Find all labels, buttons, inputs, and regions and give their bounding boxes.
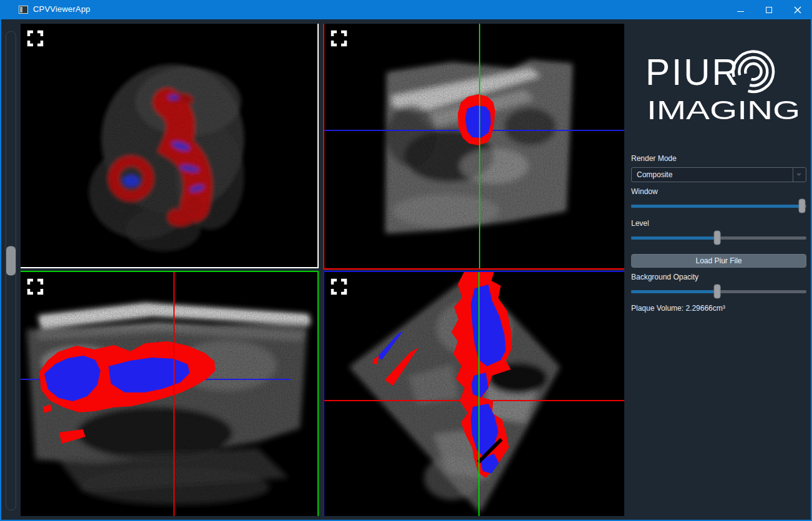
viewport-3d[interactable] [21,24,319,268]
plaque-segmentation-coronal [324,272,624,516]
svg-text:PIUR: PIUR [647,52,740,92]
render-mode-combobox[interactable]: Composite [631,167,806,182]
viewport-coronal[interactable] [323,271,624,516]
left-slider-strip [1,19,21,520]
content-area: PIUR IMAGING Render Mode Composite Windo… [1,19,811,520]
viewport-grid [21,24,624,516]
render-mode-value: Composite [637,170,672,179]
viewport-longitudinal[interactable] [21,271,319,516]
level-slider-handle[interactable] [713,231,720,245]
background-opacity-label: Background Opacity [631,273,698,281]
fullscreen-icon[interactable] [27,30,44,47]
level-label: Level [631,219,649,228]
window-slider-fill [631,205,802,208]
control-sidebar: PIUR IMAGING Render Mode Composite Windo… [624,19,811,520]
viewport-axial[interactable] [323,24,624,270]
background-opacity-slider-fill [631,290,717,293]
app-window: CPVViewerApp [0,0,812,521]
window-controls [726,0,812,19]
minimize-icon [737,11,744,12]
piur-imaging-logo: PIUR IMAGING [647,50,803,129]
window-title: CPVViewerApp [33,4,90,14]
background-opacity-slider-handle[interactable] [713,285,720,299]
volume-render-3d [21,24,317,267]
level-slider-fill [631,236,717,240]
close-icon [794,6,801,14]
crosshair-vertical-red[interactable] [173,272,175,516]
left-slider-handle[interactable] [6,246,16,276]
app-icon [19,6,28,14]
fullscreen-icon[interactable] [331,278,347,295]
plaque-volume-readout: Plaque Volume: 2.29666cm³ [631,304,725,313]
titlebar[interactable]: CPVViewerApp [0,0,812,19]
crosshair-vertical-green[interactable] [478,272,480,516]
maximize-button[interactable] [755,0,783,19]
maximize-icon [766,7,772,13]
svg-text:IMAGING: IMAGING [647,95,800,125]
render-mode-label: Render Mode [631,154,677,163]
level-slider[interactable] [631,230,806,245]
background-opacity-slider[interactable] [631,284,806,299]
crosshair-vertical-green[interactable] [479,24,480,268]
fullscreen-icon[interactable] [27,278,44,295]
close-button[interactable] [783,0,812,19]
chevron-down-icon [796,173,801,176]
window-label: Window [631,187,658,196]
minimize-button[interactable] [726,0,755,19]
combobox-drop-section[interactable] [793,168,806,182]
window-slider-handle[interactable] [798,199,805,213]
plaque-segmentation-axial [324,24,624,268]
window-slider[interactable] [631,198,806,213]
plaque-segmentation-longitudinal [21,272,317,516]
load-piur-file-button[interactable]: Load Piur File [631,254,806,268]
fullscreen-icon[interactable] [331,30,347,47]
